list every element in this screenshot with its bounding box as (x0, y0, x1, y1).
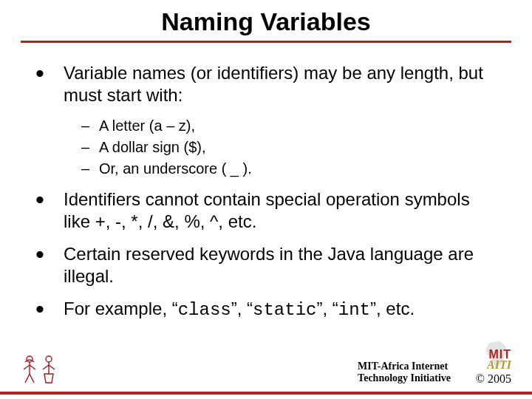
bullet-item: Variable names (or identifiers) may be a… (35, 62, 497, 178)
person-icon (21, 355, 38, 384)
svg-point-1 (46, 356, 52, 362)
person-icon (40, 355, 58, 384)
code-keyword: int (338, 300, 370, 320)
aiti-logo: AITI (476, 359, 511, 371)
footer-icons (21, 355, 58, 384)
footer-right: MIT AITI © 2005 (476, 349, 511, 386)
open-quote: “ (172, 299, 178, 318)
footer: MIT-Africa Internet Technology Initiativ… (0, 354, 532, 395)
bullet-text-suffix: ”, etc. (370, 299, 415, 318)
sub-bullet-item: Or, an underscore ( _ ). (81, 160, 497, 178)
bullet-list: Variable names (or identifiers) may be a… (35, 62, 497, 321)
sub-bullet-item: A dollar sign ($), (81, 138, 497, 157)
slide-title: Naming Variables (0, 0, 532, 41)
bullet-text: Variable names (or identifiers) may be a… (64, 63, 483, 105)
slide: { "title": "Naming Variables", "bullets"… (0, 0, 532, 399)
copyright-text: © 2005 (476, 372, 511, 386)
svg-point-0 (27, 356, 33, 362)
code-keyword: class (178, 300, 231, 320)
sub-bullet-item: A letter (a – z), (81, 117, 497, 135)
sub-bullet-list: A letter (a – z), A dollar sign ($), Or,… (64, 106, 497, 178)
quote-sep: ”, “ (316, 299, 338, 318)
bullet-item: For example, “class”, “static”, “int”, e… (35, 298, 497, 321)
bullet-item: Certain reserved keywords in the Java la… (35, 243, 497, 287)
code-keyword: static (253, 300, 316, 320)
quote-sep: ”, “ (231, 299, 253, 318)
content-area: Variable names (or identifiers) may be a… (0, 43, 532, 321)
bullet-text-prefix: For example, (64, 299, 172, 318)
bullet-item: Identifiers cannot contain special opera… (35, 188, 497, 233)
footer-org-text: MIT-Africa Internet Technology Initiativ… (358, 361, 451, 384)
